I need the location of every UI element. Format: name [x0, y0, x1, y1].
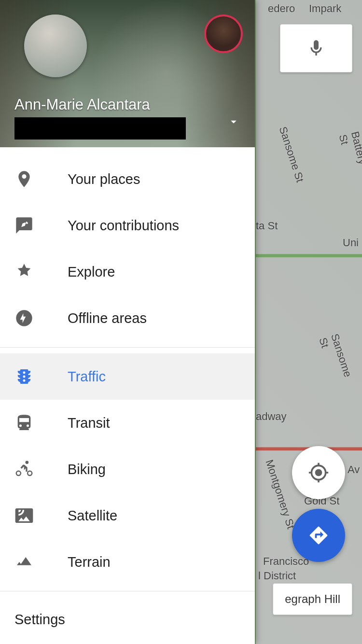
menu-item-explore[interactable]: Explore — [0, 249, 255, 295]
drawer-menu: Your places Your contributions Explore O… — [0, 147, 255, 644]
offline-icon — [14, 308, 34, 328]
microphone-icon — [306, 39, 326, 58]
avatar-secondary[interactable] — [204, 14, 243, 53]
menu-item-transit[interactable]: Transit — [0, 400, 255, 446]
menu-item-label: Your places — [68, 171, 140, 187]
pin-icon — [14, 169, 34, 189]
menu-item-settings[interactable]: Settings — [0, 597, 255, 642]
map-chip-telegraph-hill[interactable]: egraph Hill — [273, 583, 352, 615]
divider — [0, 347, 255, 348]
menu-item-label: Explore — [68, 264, 115, 280]
account-switcher[interactable] — [227, 115, 240, 130]
account-email-redacted — [14, 117, 186, 140]
chevron-down-icon — [227, 115, 240, 128]
menu-item-offline-areas[interactable]: Offline areas — [0, 295, 255, 341]
chip-label: egraph Hill — [285, 592, 340, 605]
terrain-icon — [14, 552, 34, 572]
avatar-primary[interactable] — [24, 14, 87, 77]
compass-icon — [14, 262, 34, 281]
edit-chat-icon — [14, 216, 34, 235]
satellite-icon — [14, 506, 34, 525]
menu-item-label: Offline areas — [68, 310, 147, 326]
crosshair-icon — [308, 462, 329, 483]
account-name: Ann-Marie Alcantara — [14, 96, 150, 113]
menu-item-traffic[interactable]: Traffic — [0, 353, 255, 400]
menu-item-satellite[interactable]: Satellite — [0, 492, 255, 539]
directions-button[interactable] — [292, 509, 345, 562]
search-box[interactable] — [280, 24, 352, 72]
menu-item-label: Biking — [68, 462, 106, 477]
drawer-header: Ann-Marie Alcantara — [0, 0, 255, 147]
menu-item-label: Satellite — [68, 508, 117, 524]
navigation-drawer: Ann-Marie Alcantara Your places Your con… — [0, 0, 255, 644]
menu-item-label: Traffic — [68, 369, 106, 385]
biking-icon — [14, 460, 34, 479]
menu-item-label: Transit — [68, 415, 110, 431]
menu-item-label: Your contributions — [68, 218, 179, 234]
menu-item-terrain[interactable]: Terrain — [0, 539, 255, 585]
locate-me-button[interactable] — [292, 446, 345, 499]
menu-item-your-places[interactable]: Your places — [0, 156, 255, 202]
transit-icon — [14, 413, 34, 433]
divider — [0, 591, 255, 591]
menu-item-label: Terrain — [68, 554, 111, 570]
directions-icon — [308, 525, 329, 546]
traffic-icon — [14, 367, 34, 386]
menu-item-biking[interactable]: Biking — [0, 446, 255, 492]
menu-item-label: Settings — [14, 612, 65, 627]
menu-item-your-contributions[interactable]: Your contributions — [0, 202, 255, 249]
